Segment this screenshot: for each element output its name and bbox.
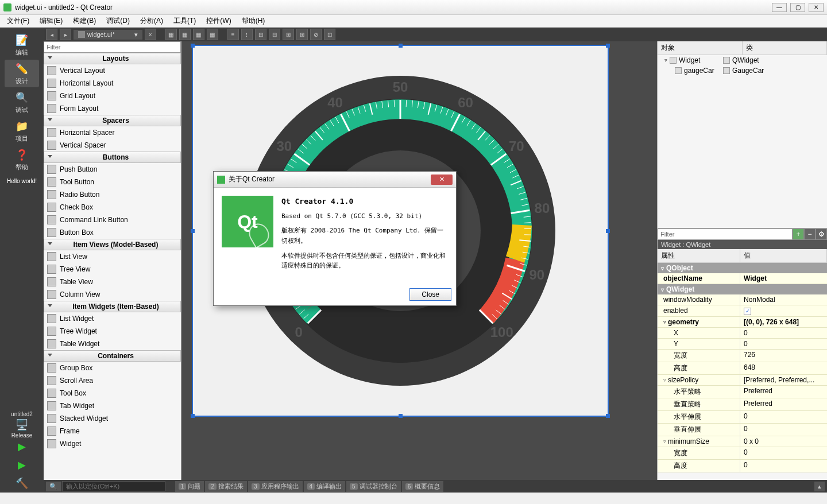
- property-row[interactable]: 高度648: [658, 362, 827, 375]
- nav-back-button[interactable]: ◂: [46, 29, 57, 40]
- menu-item[interactable]: 文件(F): [2, 15, 34, 27]
- widgetbox-item[interactable]: Tab Widget: [44, 400, 181, 412]
- mode-button[interactable]: ❓帮助: [5, 146, 39, 173]
- widgetbox-item[interactable]: Tool Box: [44, 387, 181, 400]
- debug-run-button[interactable]: ▶: [12, 457, 32, 473]
- widgetbox-category[interactable]: Layouts: [44, 53, 181, 64]
- close-tab-button[interactable]: ×: [145, 29, 156, 40]
- mode-button[interactable]: ✏️设计: [5, 60, 39, 87]
- project-selector[interactable]: untitled2 🖥️ Release: [5, 413, 39, 436]
- mode-button[interactable]: 📁项目: [5, 117, 39, 145]
- widgetbox-item[interactable]: Horizontal Layout: [44, 77, 181, 90]
- prop-header-name[interactable]: 属性: [658, 249, 740, 262]
- output-collapse-button[interactable]: ▴: [814, 482, 825, 491]
- property-row[interactable]: X0: [658, 328, 827, 339]
- property-section[interactable]: QWidget: [658, 284, 827, 294]
- widgetbox-item[interactable]: Radio Button: [44, 188, 181, 201]
- add-property-button[interactable]: +: [793, 228, 804, 240]
- close-window-button[interactable]: ✕: [809, 3, 824, 12]
- property-section[interactable]: QObject: [658, 263, 827, 273]
- property-row[interactable]: 垂直伸展0: [658, 424, 827, 436]
- widgetbox-item[interactable]: Tree View: [44, 263, 181, 276]
- edit-widgets-button[interactable]: ▦: [165, 29, 177, 40]
- widgetbox-item[interactable]: List Widget: [44, 312, 181, 325]
- widgetbox-item[interactable]: List View: [44, 250, 181, 263]
- property-row[interactable]: geometry[(0, 0), 726 x 648]: [658, 317, 827, 328]
- widgetbox-item[interactable]: Table View: [44, 276, 181, 288]
- output-tab[interactable]: 3应用程序输出: [248, 481, 303, 492]
- dialog-close-button[interactable]: Close: [409, 288, 451, 301]
- dialog-close-x-button[interactable]: ✕: [431, 175, 453, 185]
- locator-icon[interactable]: 🔍: [46, 482, 61, 491]
- widgetbox-item[interactable]: Frame: [44, 425, 181, 437]
- widgetbox-item[interactable]: Grid Layout: [44, 90, 181, 102]
- edit-buddies-button[interactable]: ▦: [193, 29, 204, 40]
- menu-item[interactable]: 编辑(E): [35, 15, 67, 27]
- property-row[interactable]: Y0: [658, 339, 827, 350]
- widgetbox-category[interactable]: Buttons: [44, 152, 181, 163]
- run-button[interactable]: ▶: [12, 439, 32, 455]
- widgetbox-item[interactable]: Tree Widget: [44, 325, 181, 338]
- widgetbox-item[interactable]: Group Box: [44, 362, 181, 374]
- menu-item[interactable]: 构建(B): [68, 15, 101, 27]
- property-row[interactable]: enabled✓: [658, 305, 827, 317]
- widgetbox-item[interactable]: Form Layout: [44, 102, 181, 115]
- property-row[interactable]: 高度0: [658, 460, 827, 472]
- menu-item[interactable]: 分析(A): [136, 15, 168, 27]
- property-row[interactable]: minimumSize0 x 0: [658, 436, 827, 447]
- widgetbox-item[interactable]: Scroll Area: [44, 374, 181, 387]
- output-tab[interactable]: 5调试器控制台: [346, 481, 401, 492]
- property-row[interactable]: windowModalityNonModal: [658, 294, 827, 305]
- objtree-row[interactable]: ▿WidgetQWidget: [658, 55, 827, 65]
- objtree-header-object[interactable]: 对象: [658, 41, 743, 55]
- widgetbox-filter-input[interactable]: [44, 41, 181, 53]
- widgetbox-item[interactable]: Stacked Widget: [44, 412, 181, 425]
- widgetbox-item[interactable]: Horizontal Spacer: [44, 126, 181, 139]
- property-row[interactable]: 宽度0: [658, 447, 827, 460]
- widgetbox-item[interactable]: Command Link Button: [44, 214, 181, 226]
- mode-button[interactable]: 📝编辑: [5, 31, 39, 59]
- widgetbox-item[interactable]: Tool Button: [44, 176, 181, 188]
- widgetbox-item[interactable]: Check Box: [44, 201, 181, 214]
- menu-item[interactable]: 控件(W): [202, 15, 235, 27]
- widgetbox-item[interactable]: Vertical Layout: [44, 64, 181, 77]
- prop-header-value[interactable]: 值: [740, 249, 827, 262]
- menu-item[interactable]: 帮助(H): [237, 15, 270, 27]
- widgetbox-item[interactable]: Column View: [44, 288, 181, 301]
- widgetbox-category[interactable]: Item Widgets (Item-Based): [44, 301, 181, 312]
- property-row[interactable]: objectNameWidget: [658, 273, 827, 284]
- property-menu-button[interactable]: ⚙: [816, 228, 827, 240]
- menu-item[interactable]: 工具(T): [169, 15, 200, 27]
- layout-grid-button[interactable]: ⊞: [283, 29, 294, 40]
- property-row[interactable]: 水平伸展0: [658, 411, 827, 424]
- widgetbox-category[interactable]: Containers: [44, 350, 181, 362]
- widgetbox-item[interactable]: Push Button: [44, 163, 181, 176]
- adjust-size-button[interactable]: ⊡: [324, 29, 335, 40]
- minimize-button[interactable]: —: [772, 3, 787, 12]
- locator-input[interactable]: [62, 481, 165, 491]
- output-tab[interactable]: 1问题: [175, 481, 204, 492]
- widgetbox-category[interactable]: Item Views (Model-Based): [44, 239, 181, 250]
- file-tab[interactable]: widget.ui* ▾: [74, 30, 142, 40]
- property-row[interactable]: 宽度726: [658, 350, 827, 362]
- layout-h-button[interactable]: ≡: [227, 29, 239, 40]
- menu-item[interactable]: 调试(D): [102, 15, 134, 27]
- widgetbox-item[interactable]: Vertical Spacer: [44, 139, 181, 152]
- dialog-titlebar[interactable]: 关于Qt Creator ✕: [214, 172, 456, 188]
- edit-tabs-button[interactable]: ▦: [207, 29, 218, 40]
- property-row[interactable]: 垂直策略Preferred: [658, 398, 827, 411]
- property-row[interactable]: sizePolicy[Preferred, Preferred,...: [658, 375, 827, 386]
- widgetbox-item[interactable]: Widget: [44, 437, 181, 450]
- remove-property-button[interactable]: −: [804, 228, 816, 240]
- objtree-row[interactable]: gaugeCarGaugeCar: [658, 65, 827, 76]
- widgetbox-category[interactable]: Spacers: [44, 115, 181, 126]
- edit-signals-button[interactable]: ▦: [179, 29, 191, 40]
- break-layout-button[interactable]: ⊘: [310, 29, 322, 40]
- layout-vs-button[interactable]: ⊟: [269, 29, 280, 40]
- output-tab[interactable]: 2搜索结果: [205, 481, 247, 492]
- output-tab[interactable]: 6概要信息: [402, 481, 444, 492]
- property-filter-input[interactable]: [658, 228, 793, 240]
- property-row[interactable]: 水平策略Preferred: [658, 386, 827, 398]
- maximize-button[interactable]: ▢: [790, 3, 805, 12]
- layout-form-button[interactable]: ⊞: [296, 29, 308, 40]
